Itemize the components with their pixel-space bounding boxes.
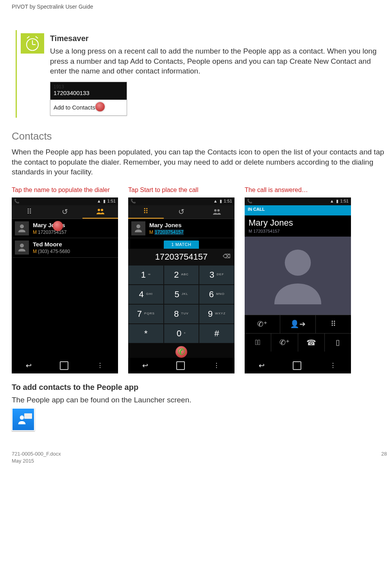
caller-number: M 17203754157 <box>245 228 351 237</box>
key-star[interactable]: * <box>128 324 164 343</box>
tab-dialer[interactable]: ⠿ <box>12 205 47 219</box>
hold-button[interactable]: ✆⁺ <box>245 315 280 333</box>
nav-menu-icon[interactable]: ⋮ <box>213 361 220 370</box>
contact-type: M <box>33 230 37 235</box>
device-button[interactable]: ▯ <box>325 334 351 352</box>
tap-indicator-icon <box>95 102 105 111</box>
key-4[interactable]: 4GHI <box>128 285 164 304</box>
callout-title: Timesaver <box>50 33 387 44</box>
footer-doc: 721-0005-000_F.docx <box>12 450 61 458</box>
phone-icon: 📞 <box>14 198 20 204</box>
end-call-button[interactable]: ☎ <box>298 334 325 352</box>
avatar-icon <box>15 240 29 255</box>
subheading-add-contacts: To add contacts to the People app <box>12 382 387 393</box>
phone-icon: 📞 <box>247 198 252 204</box>
audio-button[interactable]: ✆⁺ <box>271 334 298 352</box>
battery-icon: ▮ <box>103 198 106 204</box>
screenshot-dialer: 📞 ▲ ▮ 1:51 ⠿ ↺ Mary Jones <box>128 197 234 373</box>
key-7[interactable]: 7PQRS <box>128 304 164 324</box>
contact-name: Mary Jones <box>149 221 184 229</box>
people-app-icon[interactable] <box>12 408 35 431</box>
nav-home-icon[interactable] <box>293 361 301 370</box>
wifi-icon: ▲ <box>213 198 218 204</box>
caption-3: The call is answered… <box>245 186 351 194</box>
svg-line-3 <box>27 36 29 38</box>
nav-menu-icon[interactable]: ⋮ <box>97 361 104 370</box>
nav-home-icon[interactable] <box>60 361 68 370</box>
backspace-icon[interactable]: ⌫ <box>223 253 231 260</box>
contact-number-highlight: 17203754157 <box>154 230 184 235</box>
nav-back-icon[interactable]: ↩ <box>259 361 265 370</box>
dialed-number-display: 17203754157 ⌫ <box>128 249 234 265</box>
caption-2: Tap Start to place the call <box>128 186 234 194</box>
key-2[interactable]: 2ABC <box>164 265 199 285</box>
contact-name: Ted Moore <box>33 240 70 248</box>
battery-icon: ▮ <box>336 198 338 204</box>
timesaver-callout: Timesaver Use a long press on a recent c… <box>16 30 387 118</box>
nav-back-icon[interactable]: ↩ <box>26 361 32 370</box>
footer-date: May 2015 <box>12 458 61 465</box>
contact-number: 17203754157 <box>38 230 66 235</box>
tab-dialer[interactable]: ⠿ <box>128 205 164 219</box>
contact-number: (303) 475-5680 <box>38 249 70 254</box>
add-call-button[interactable]: 👤➔ <box>280 315 316 333</box>
section-heading-contacts: Contacts <box>12 129 387 143</box>
match-count-badge[interactable]: 1 MATCH <box>164 240 199 249</box>
nav-menu-icon[interactable]: ⋮ <box>330 361 337 370</box>
contact-type: M <box>149 230 153 235</box>
contact-type: M <box>33 249 37 254</box>
subbody-text: The People app can be found on the Launc… <box>12 395 387 405</box>
tab-recent[interactable]: ↺ <box>164 205 199 219</box>
popup-screenshot: 1913 17203400133 Add to Contacts <box>50 82 127 116</box>
contact-match-row[interactable]: Mary Jones M17203754157 <box>128 219 234 238</box>
key-0[interactable]: 0+ <box>164 324 199 343</box>
caption-1: Tap the name to populate the dialer <box>12 186 118 194</box>
phone-icon: 📞 <box>131 198 136 204</box>
tab-contacts[interactable] <box>199 205 234 219</box>
svg-line-4 <box>36 36 38 38</box>
contact-row-mary[interactable]: Mary Jones M17203754157 <box>12 219 118 238</box>
caller-name: Mary Jones <box>245 215 351 229</box>
timesaver-icon <box>21 33 44 54</box>
status-time: 1:51 <box>224 198 232 204</box>
wifi-icon: ▲ <box>330 198 334 204</box>
battery-icon: ▮ <box>220 198 222 204</box>
status-time: 1:51 <box>340 198 349 204</box>
key-5[interactable]: 5JKL <box>164 285 199 304</box>
key-3[interactable]: 3DEF <box>199 265 234 285</box>
callout-body-text: Use a long press on a recent call to add… <box>50 46 387 76</box>
incall-banner: IN CALL <box>245 205 351 215</box>
keypad-button[interactable]: ⠿ <box>316 315 351 333</box>
key-hash[interactable]: # <box>199 324 234 343</box>
status-time: 1:51 <box>107 198 116 204</box>
popup-action[interactable]: Add to Contacts <box>54 104 95 111</box>
key-9[interactable]: 9WXYZ <box>199 304 234 324</box>
popup-number: 17203400133 <box>54 90 89 96</box>
nav-back-icon[interactable]: ↩ <box>142 361 148 370</box>
mute-button[interactable]: 🎙̸ <box>245 334 271 352</box>
phone-handset-icon: ✆ <box>178 346 185 358</box>
footer-page: 28 <box>381 450 387 464</box>
caller-avatar <box>245 237 351 315</box>
screenshot-incall: 📞 ▲ ▮ 1:51 IN CALL Mary Jones M 17203754… <box>245 197 351 373</box>
tab-contacts[interactable] <box>82 205 118 219</box>
tap-indicator-icon <box>53 221 63 231</box>
tab-recent[interactable]: ↺ <box>47 205 83 219</box>
nav-home-icon[interactable] <box>176 361 185 370</box>
avatar-icon <box>15 221 29 235</box>
keypad: 1∞ 2ABC 3DEF 4GHI 5JKL 6MNO 7PQRS 8TUV 9… <box>128 265 234 343</box>
key-1[interactable]: 1∞ <box>128 265 164 285</box>
contact-row-ted[interactable]: Ted Moore M(303) 475-5680 <box>12 238 118 257</box>
screenshot-contacts: 📞 ▲ ▮ 1:51 ⠿ ↺ Mary Jones <box>12 197 118 373</box>
avatar-icon <box>131 221 145 235</box>
section-body: When the People app has been populated, … <box>12 147 387 177</box>
wifi-icon: ▲ <box>97 198 101 204</box>
key-6[interactable]: 6MNO <box>199 285 234 304</box>
key-8[interactable]: 8TUV <box>164 304 199 324</box>
doc-header: PIVOT by Spectralink User Guide <box>12 0 387 22</box>
